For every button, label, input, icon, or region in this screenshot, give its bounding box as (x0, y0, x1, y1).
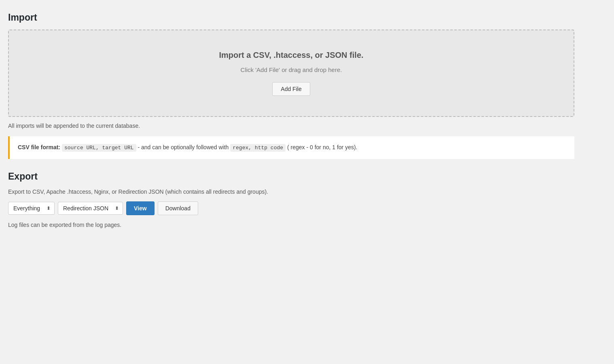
export-description: Export to CSV, Apache .htaccess, Nginx, … (8, 188, 574, 195)
csv-code-1: source URL, target URL (62, 144, 136, 152)
view-button[interactable]: View (126, 201, 155, 215)
import-title: Import (8, 12, 574, 23)
drop-zone[interactable]: Import a CSV, .htaccess, or JSON file. C… (8, 30, 574, 117)
page-container: Import Import a CSV, .htaccess, or JSON … (8, 12, 574, 228)
import-note: All imports will be appended to the curr… (8, 123, 574, 129)
csv-text-1: - and can be optionally followed with (138, 144, 230, 150)
export-title: Export (8, 171, 574, 182)
add-file-button[interactable]: Add File (272, 82, 310, 96)
csv-text-2: ( regex - 0 for no, 1 for yes). (287, 144, 358, 150)
drop-zone-subtitle: Click 'Add File' or drag and drop here. (17, 66, 565, 73)
format-select[interactable]: Redirection JSON CSV Apache .htaccess Ng… (58, 202, 123, 215)
filter-select[interactable]: Everything Redirects Groups (8, 202, 55, 215)
csv-code-2: regex, http code (230, 144, 286, 152)
csv-info-box: CSV file format: source URL, target URL … (8, 136, 574, 159)
filter-select-wrapper: Everything Redirects Groups ⬍ (8, 202, 55, 215)
drop-zone-title: Import a CSV, .htaccess, or JSON file. (17, 51, 565, 60)
export-section: Export Export to CSV, Apache .htaccess, … (8, 171, 574, 228)
format-select-wrapper: Redirection JSON CSV Apache .htaccess Ng… (58, 202, 123, 215)
import-section: Import Import a CSV, .htaccess, or JSON … (8, 12, 574, 159)
log-note: Log files can be exported from the log p… (8, 222, 574, 228)
download-button[interactable]: Download (158, 201, 198, 215)
export-controls: Everything Redirects Groups ⬍ Redirectio… (8, 201, 574, 215)
csv-format-label: CSV file format: (18, 144, 60, 150)
